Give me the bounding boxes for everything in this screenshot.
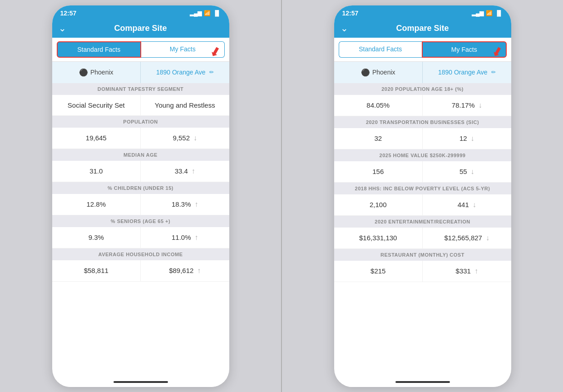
data-cell-right-1-1-0: 9,552 ↓ [141,128,229,149]
section-header-1-0: DOMINANT TAPESTRY SEGMENT [52,83,229,95]
data-cell-left-1-1-0: 19,645 [52,128,141,149]
arrow-down-2-1: ↓ [471,134,474,143]
tab-standard-facts-1[interactable]: Standard Facts [57,41,142,58]
tab-my-facts-2[interactable]: My Facts [422,41,507,58]
section-header-1-4: % SENIORS (AGE 65 +) [52,215,229,227]
section-header-2-3: 2018 HHS: INC BELOW POVERTY LEVEL (ACS 5… [334,183,511,194]
arrow-down-2-2: ↓ [471,168,474,176]
arrow-up-1-4: ↑ [195,233,198,242]
wifi-icon-1: 📶 [204,10,211,16]
phone2: 12:57 ▂▄▆ 📶 ▐▌ ⌄ Compare Site Standard F… [334,5,511,387]
location-name-1: Phoenix [90,69,114,76]
data-row-2-1-0: 32 12 ↓ [334,128,511,149]
phone2-wrapper: 12:57 ▂▄▆ 📶 ▐▌ ⌄ Compare Site Standard F… [282,0,563,392]
section-header-1-2: MEDIAN AGE [52,149,229,161]
tab-my-facts-1[interactable]: My Facts [141,41,225,58]
section-header-2-1: 2020 TRANSPORTATION BUSINESSES (SIC) [334,116,511,128]
phone1: 12:57 ▂▄▆ 📶 ▐▌ ⌄ Compare Site Standard F… [52,5,229,387]
section-header-1-3: % CHILDREN (UNDER 15) [52,182,229,194]
app-header-2: ⌄ Compare Site [334,20,511,38]
data-row-1-5-0: $58,811 $89,612 ↑ [52,260,229,282]
arrow-down-2-4: ↓ [486,234,489,242]
edit-icon-1[interactable]: ✏ [209,69,214,75]
location-annotation-2: ⬇ ⚫ Phoenix 1890 Orange Ave ✏ [334,62,511,83]
arrow-up-2-5: ↑ [474,267,478,275]
status-time-1: 12:57 [60,10,77,17]
signal-icon-1: ▂▄▆ [190,10,202,16]
pin-icon-2: ⚫ [361,68,370,77]
chevron-icon-2[interactable]: ⌄ [341,23,348,34]
data-row-2-0-0: 84.05% 78.17% ↓ [334,95,511,116]
section-header-1-1: POPULATION [52,116,229,128]
data-cell-right-1-5-0: $89,612 ↑ [141,260,229,281]
data-cell-left-1-5-0: $58,811 [52,260,141,281]
data-cell-left-2-5-0: $215 [334,261,423,282]
data-cell-right-2-1-0: 12 ↓ [423,128,511,149]
data-cell-left-2-4-0: $16,331,130 [334,228,423,248]
status-bar-1: 12:57 ▂▄▆ 📶 ▐▌ [52,5,229,20]
data-cell-right-1-4-0: 11.0% ↑ [141,227,229,248]
section-header-1-5: AVERAGE HOUSEHOLD INCOME [52,248,229,260]
tab-standard-facts-2[interactable]: Standard Facts [339,41,422,58]
data-cell-right-1-2-0: 33.4 ↑ [141,161,229,182]
data-cell-right-2-0-0: 78.17% ↓ [423,95,511,116]
data-row-1-2-0: 31.0 33.4 ↑ [52,161,229,182]
signal-icon-2: ▂▄▆ [472,10,484,16]
home-indicator-1 [52,377,229,387]
data-row-1-0-0: Social Security Set Young and Restless [52,95,229,116]
location-row-2: ⚫ Phoenix 1890 Orange Ave ✏ [334,62,511,83]
arrow-up-1-3: ↑ [195,200,198,208]
data-cell-left-2-3-0: 2,100 [334,194,423,215]
tab-bar-2: Standard Facts My Facts [334,38,511,62]
app-header-1: ⌄ Compare Site [52,20,229,38]
battery-icon-1: ▐▌ [213,10,221,16]
app-title-2: Compare Site [396,24,449,33]
phone1-wrapper: 12:57 ▂▄▆ 📶 ▐▌ ⌄ Compare Site Standard F… [0,0,281,392]
arrow-up-1-5: ↑ [197,267,201,275]
data-cell-left-2-1-0: 32 [334,128,423,149]
data-cell-right-2-2-0: 55 ↓ [423,161,511,182]
arrow-down-2-0: ↓ [479,101,482,109]
data-row-1-3-0: 12.8% 18.3% ↑ [52,194,229,215]
pin-icon-1: ⚫ [79,68,88,77]
app-title-1: Compare Site [114,24,167,33]
edit-icon-2[interactable]: ✏ [491,69,496,75]
location-name-2: Phoenix [372,69,395,76]
chevron-icon-1[interactable]: ⌄ [59,23,66,34]
data-cell-right-2-4-0: $12,565,827 ↓ [423,228,511,248]
data-row-1-4-0: 9.3% 11.0% ↑ [52,227,229,248]
location-right-1[interactable]: 1890 Orange Ave ✏ [141,62,229,83]
status-icons-2: ▂▄▆ 📶 ▐▌ [472,10,503,16]
location-annotation-1: ⬇ ⚫ Phoenix 1890 Orange Ave ✏ [52,62,229,83]
section-header-2-4: 2020 ENTERTAINMENT/RECREATION [334,216,511,228]
battery-icon-2: ▐▌ [495,10,503,16]
scroll-content-2[interactable]: 2020 POPULATION AGE 18+ (%) 84.05% 78.17… [334,83,511,377]
data-row-1-1-0: 19,645 9,552 ↓ [52,128,229,149]
data-row-2-4-0: $16,331,130 $12,565,827 ↓ [334,228,511,249]
status-icons-1: ▂▄▆ 📶 ▐▌ [190,10,221,16]
data-row-2-3-0: 2,100 441 ↓ [334,194,511,216]
data-cell-left-1-0-0: Social Security Set [52,95,141,115]
data-cell-right-2-3-0: 441 ↓ [423,194,511,215]
data-cell-right-1-3-0: 18.3% ↑ [141,194,229,215]
location-addr-1: 1890 Orange Ave [156,69,206,76]
data-cell-left-1-3-0: 12.8% [52,194,141,215]
data-cell-left-2-2-0: 156 [334,161,423,182]
status-time-2: 12:57 [342,10,359,17]
location-left-1: ⚫ Phoenix [52,62,141,83]
tab-bar-1: Standard Facts My Facts [52,38,229,62]
home-bar-2 [395,381,450,383]
location-right-2[interactable]: 1890 Orange Ave ✏ [423,62,511,83]
section-header-2-2: 2025 HOME VALUE $250K-299999 [334,149,511,161]
data-cell-right-1-0-0: Young and Restless [141,95,229,115]
section-header-2-0: 2020 POPULATION AGE 18+ (%) [334,83,511,95]
data-cell-left-1-2-0: 31.0 [52,161,141,182]
home-bar-1 [114,381,168,383]
location-row-1: ⚫ Phoenix 1890 Orange Ave ✏ [52,62,229,83]
wifi-icon-2: 📶 [486,10,493,16]
arrow-up-1-2: ↑ [192,167,195,175]
scroll-content-1[interactable]: DOMINANT TAPESTRY SEGMENT Social Securit… [52,83,229,377]
location-left-2: ⚫ Phoenix [334,62,423,83]
arrow-down-1-1: ↓ [193,134,197,142]
status-bar-2: 12:57 ▂▄▆ 📶 ▐▌ [334,5,511,20]
